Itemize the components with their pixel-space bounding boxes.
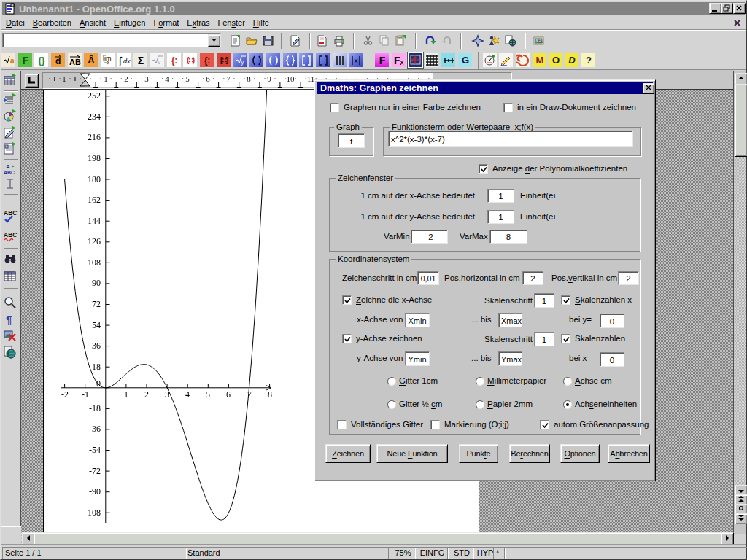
svg-text:180: 180: [88, 174, 101, 184]
svg-text:-72: -72: [89, 466, 101, 476]
svg-text:252: 252: [88, 90, 101, 101]
svg-text:216: 216: [88, 132, 101, 142]
svg-text:18: 18: [92, 362, 101, 372]
svg-text:126: 126: [88, 236, 101, 246]
svg-text:7: 7: [226, 74, 231, 83]
svg-text:198: 198: [88, 153, 101, 163]
svg-text:-36: -36: [89, 424, 101, 434]
svg-text:3: 3: [144, 74, 149, 83]
svg-text:5: 5: [206, 389, 210, 400]
svg-text:-54: -54: [89, 445, 101, 455]
svg-text:1: 1: [62, 74, 66, 83]
svg-text:-18: -18: [89, 403, 101, 413]
svg-text:234: 234: [88, 112, 101, 122]
svg-text:6: 6: [226, 389, 231, 400]
svg-text:0: 0: [96, 378, 101, 389]
svg-text:-108: -108: [85, 508, 101, 518]
svg-text:10: 10: [287, 74, 295, 83]
svg-text:144: 144: [88, 216, 101, 226]
svg-text:72: 72: [92, 299, 101, 309]
svg-text:ABC: ABC: [4, 170, 15, 175]
svg-text:90: 90: [92, 278, 101, 288]
svg-text:1: 1: [104, 74, 108, 83]
svg-text:ABC: ABC: [4, 209, 17, 217]
svg-text:A: A: [6, 163, 10, 170]
svg-text:54: 54: [92, 320, 101, 330]
svg-text:3: 3: [165, 389, 169, 400]
svg-text:ABC: ABC: [4, 231, 17, 238]
svg-text:-2: -2: [61, 389, 69, 400]
svg-text:5: 5: [185, 74, 190, 83]
svg-text:6: 6: [206, 74, 210, 83]
svg-text:1: 1: [124, 389, 128, 400]
svg-text:162: 162: [88, 195, 101, 205]
svg-text:-90: -90: [89, 486, 101, 497]
svg-text:2: 2: [124, 74, 128, 83]
svg-text:¶: ¶: [6, 314, 12, 326]
svg-text:7: 7: [247, 389, 252, 400]
svg-text:36: 36: [92, 341, 101, 351]
svg-text:8: 8: [268, 389, 272, 400]
svg-text:-1: -1: [82, 389, 89, 400]
svg-text:4: 4: [165, 74, 169, 83]
svg-text:9: 9: [267, 74, 271, 83]
svg-text:8: 8: [247, 74, 251, 83]
svg-text:4: 4: [185, 389, 190, 400]
svg-text:2: 2: [144, 389, 149, 400]
svg-text:108: 108: [88, 257, 101, 268]
